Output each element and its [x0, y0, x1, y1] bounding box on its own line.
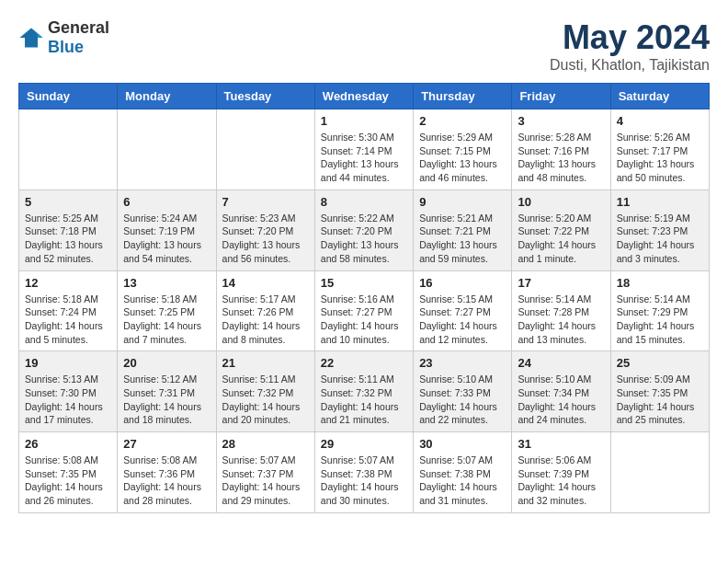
calendar-cell: 20Sunrise: 5:12 AMSunset: 7:31 PMDayligh… — [118, 351, 216, 432]
week-row-3: 19Sunrise: 5:13 AMSunset: 7:30 PMDayligh… — [19, 351, 710, 432]
day-number: 28 — [222, 437, 309, 451]
calendar-cell: 11Sunrise: 5:19 AMSunset: 7:23 PMDayligh… — [610, 190, 709, 270]
day-number: 21 — [222, 356, 309, 370]
day-number: 17 — [518, 276, 604, 290]
day-info: Sunrise: 5:11 AMSunset: 7:32 PMDaylight:… — [321, 373, 407, 427]
day-info: Sunrise: 5:18 AMSunset: 7:25 PMDaylight:… — [123, 293, 210, 347]
calendar-cell: 4Sunrise: 5:26 AMSunset: 7:17 PMDaylight… — [610, 109, 709, 190]
calendar-cell — [216, 109, 314, 190]
day-info: Sunrise: 5:12 AMSunset: 7:31 PMDaylight:… — [123, 373, 210, 427]
weekday-header-thursday: Thursday — [414, 84, 512, 109]
title-section: May 2024 Dusti, Khatlon, Tajikistan — [550, 18, 710, 74]
weekday-header-wednesday: Wednesday — [314, 84, 413, 109]
day-number: 23 — [419, 356, 506, 370]
day-info: Sunrise: 5:10 AMSunset: 7:33 PMDaylight:… — [419, 373, 506, 427]
day-number: 7 — [222, 195, 309, 209]
calendar-cell: 17Sunrise: 5:14 AMSunset: 7:28 PMDayligh… — [512, 270, 610, 351]
day-info: Sunrise: 5:16 AMSunset: 7:27 PMDaylight:… — [321, 293, 407, 347]
calendar-cell: 13Sunrise: 5:18 AMSunset: 7:25 PMDayligh… — [118, 270, 216, 351]
day-number: 24 — [518, 356, 604, 370]
day-info: Sunrise: 5:20 AMSunset: 7:22 PMDaylight:… — [518, 212, 604, 266]
day-number: 12 — [25, 276, 111, 290]
day-info: Sunrise: 5:18 AMSunset: 7:24 PMDaylight:… — [25, 293, 111, 347]
day-number: 2 — [419, 114, 506, 128]
day-number: 8 — [321, 195, 407, 209]
day-info: Sunrise: 5:29 AMSunset: 7:15 PMDaylight:… — [419, 131, 506, 185]
header: General Blue May 2024 Dusti, Khatlon, Ta… — [18, 18, 710, 74]
weekday-header-saturday: Saturday — [610, 84, 709, 109]
calendar-cell: 24Sunrise: 5:10 AMSunset: 7:34 PMDayligh… — [512, 351, 610, 432]
day-info: Sunrise: 5:28 AMSunset: 7:16 PMDaylight:… — [518, 131, 604, 185]
day-number: 22 — [321, 356, 407, 370]
day-number: 1 — [321, 114, 407, 128]
day-number: 15 — [321, 276, 407, 290]
calendar-cell: 3Sunrise: 5:28 AMSunset: 7:16 PMDaylight… — [512, 109, 610, 190]
logo: General Blue — [18, 18, 109, 57]
calendar-cell — [610, 432, 709, 513]
calendar-cell: 22Sunrise: 5:11 AMSunset: 7:32 PMDayligh… — [314, 351, 413, 432]
calendar-cell: 8Sunrise: 5:22 AMSunset: 7:20 PMDaylight… — [314, 190, 413, 270]
day-info: Sunrise: 5:21 AMSunset: 7:21 PMDaylight:… — [419, 212, 506, 266]
month-title: May 2024 — [550, 18, 710, 57]
calendar-table: SundayMondayTuesdayWednesdayThursdayFrid… — [18, 83, 710, 513]
day-info: Sunrise: 5:08 AMSunset: 7:35 PMDaylight:… — [25, 454, 111, 508]
day-number: 19 — [25, 356, 111, 370]
calendar-cell: 15Sunrise: 5:16 AMSunset: 7:27 PMDayligh… — [314, 270, 413, 351]
calendar-cell: 29Sunrise: 5:07 AMSunset: 7:38 PMDayligh… — [314, 432, 413, 513]
calendar-cell: 2Sunrise: 5:29 AMSunset: 7:15 PMDaylight… — [414, 109, 512, 190]
location-title: Dusti, Khatlon, Tajikistan — [550, 57, 710, 74]
day-info: Sunrise: 5:25 AMSunset: 7:18 PMDaylight:… — [25, 212, 111, 266]
day-info: Sunrise: 5:08 AMSunset: 7:36 PMDaylight:… — [123, 454, 210, 508]
calendar-cell: 25Sunrise: 5:09 AMSunset: 7:35 PMDayligh… — [610, 351, 709, 432]
calendar-cell: 14Sunrise: 5:17 AMSunset: 7:26 PMDayligh… — [216, 270, 314, 351]
day-number: 25 — [617, 356, 703, 370]
logo-icon — [18, 25, 44, 51]
day-number: 18 — [617, 276, 703, 290]
weekday-header-sunday: Sunday — [19, 84, 118, 109]
calendar-cell: 21Sunrise: 5:11 AMSunset: 7:32 PMDayligh… — [216, 351, 314, 432]
day-info: Sunrise: 5:09 AMSunset: 7:35 PMDaylight:… — [617, 373, 703, 427]
calendar-cell: 1Sunrise: 5:30 AMSunset: 7:14 PMDaylight… — [314, 109, 413, 190]
day-number: 4 — [617, 114, 703, 128]
calendar-cell: 27Sunrise: 5:08 AMSunset: 7:36 PMDayligh… — [118, 432, 216, 513]
day-info: Sunrise: 5:07 AMSunset: 7:38 PMDaylight:… — [419, 454, 506, 508]
day-info: Sunrise: 5:07 AMSunset: 7:38 PMDaylight:… — [321, 454, 407, 508]
day-number: 16 — [419, 276, 506, 290]
day-info: Sunrise: 5:10 AMSunset: 7:34 PMDaylight:… — [518, 373, 604, 427]
calendar-cell: 10Sunrise: 5:20 AMSunset: 7:22 PMDayligh… — [512, 190, 610, 270]
calendar-cell: 5Sunrise: 5:25 AMSunset: 7:18 PMDaylight… — [19, 190, 118, 270]
calendar-cell — [19, 109, 118, 190]
day-number: 10 — [518, 195, 604, 209]
day-info: Sunrise: 5:23 AMSunset: 7:20 PMDaylight:… — [222, 212, 309, 266]
day-number: 9 — [419, 195, 506, 209]
day-info: Sunrise: 5:14 AMSunset: 7:28 PMDaylight:… — [518, 293, 604, 347]
calendar-cell: 31Sunrise: 5:06 AMSunset: 7:39 PMDayligh… — [512, 432, 610, 513]
calendar-cell — [118, 109, 216, 190]
calendar-cell: 16Sunrise: 5:15 AMSunset: 7:27 PMDayligh… — [414, 270, 512, 351]
week-row-2: 12Sunrise: 5:18 AMSunset: 7:24 PMDayligh… — [19, 270, 710, 351]
page-container: General Blue May 2024 Dusti, Khatlon, Ta… — [18, 18, 710, 513]
day-number: 6 — [123, 195, 210, 209]
day-number: 3 — [518, 114, 604, 128]
day-info: Sunrise: 5:22 AMSunset: 7:20 PMDaylight:… — [321, 212, 407, 266]
week-row-1: 5Sunrise: 5:25 AMSunset: 7:18 PMDaylight… — [19, 190, 710, 270]
weekday-header-monday: Monday — [118, 84, 216, 109]
day-info: Sunrise: 5:15 AMSunset: 7:27 PMDaylight:… — [419, 293, 506, 347]
day-info: Sunrise: 5:06 AMSunset: 7:39 PMDaylight:… — [518, 454, 604, 508]
weekday-header-row: SundayMondayTuesdayWednesdayThursdayFrid… — [19, 84, 710, 109]
calendar-cell: 7Sunrise: 5:23 AMSunset: 7:20 PMDaylight… — [216, 190, 314, 270]
calendar-cell: 12Sunrise: 5:18 AMSunset: 7:24 PMDayligh… — [19, 270, 118, 351]
day-info: Sunrise: 5:19 AMSunset: 7:23 PMDaylight:… — [617, 212, 703, 266]
day-number: 14 — [222, 276, 309, 290]
calendar-cell: 18Sunrise: 5:14 AMSunset: 7:29 PMDayligh… — [610, 270, 709, 351]
calendar-cell: 26Sunrise: 5:08 AMSunset: 7:35 PMDayligh… — [19, 432, 118, 513]
day-info: Sunrise: 5:07 AMSunset: 7:37 PMDaylight:… — [222, 454, 309, 508]
calendar-cell: 23Sunrise: 5:10 AMSunset: 7:33 PMDayligh… — [414, 351, 512, 432]
logo-general: General — [48, 18, 109, 37]
weekday-header-tuesday: Tuesday — [216, 84, 314, 109]
day-info: Sunrise: 5:14 AMSunset: 7:29 PMDaylight:… — [617, 293, 703, 347]
day-number: 13 — [123, 276, 210, 290]
day-info: Sunrise: 5:30 AMSunset: 7:14 PMDaylight:… — [321, 131, 407, 185]
day-number: 27 — [123, 437, 210, 451]
calendar-cell: 19Sunrise: 5:13 AMSunset: 7:30 PMDayligh… — [19, 351, 118, 432]
